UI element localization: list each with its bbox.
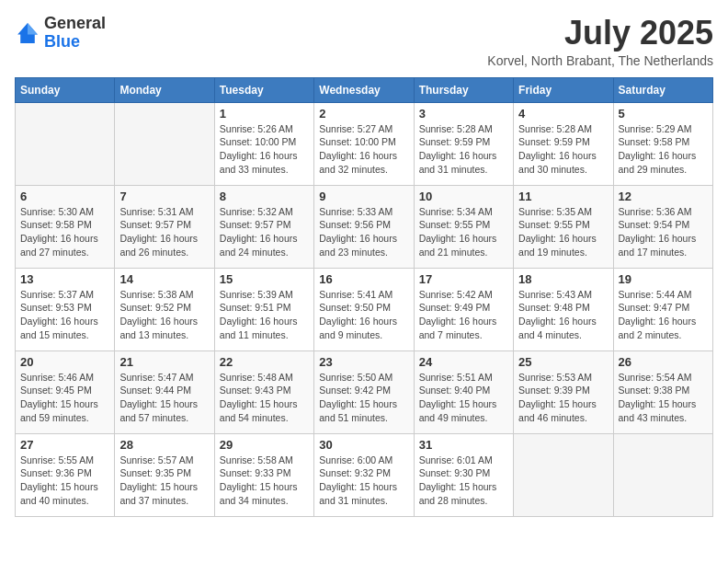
day-info: Sunrise: 5:57 AM Sunset: 9:35 PM Dayligh…	[119, 454, 209, 508]
calendar-cell	[16, 102, 115, 185]
calendar-cell: 7Sunrise: 5:31 AM Sunset: 9:57 PM Daylig…	[115, 185, 214, 268]
logo-icon	[15, 20, 40, 46]
day-info: Sunrise: 5:32 AM Sunset: 9:57 PM Dayligh…	[220, 205, 309, 259]
day-info: Sunrise: 5:35 AM Sunset: 9:55 PM Dayligh…	[518, 205, 608, 259]
weekday-header-thursday: Thursday	[414, 77, 513, 102]
calendar-cell: 9Sunrise: 5:33 AM Sunset: 9:56 PM Daylig…	[314, 185, 414, 268]
calendar-cell	[115, 102, 214, 185]
calendar-cell: 27Sunrise: 5:55 AM Sunset: 9:36 PM Dayli…	[16, 433, 115, 516]
day-number: 30	[319, 438, 408, 452]
calendar-cell: 8Sunrise: 5:32 AM Sunset: 9:57 PM Daylig…	[214, 185, 313, 268]
calendar-cell	[613, 433, 712, 516]
title-block: July 2025 Korvel, North Brabant, The Net…	[487, 15, 713, 68]
day-info: Sunrise: 5:55 AM Sunset: 9:36 PM Dayligh…	[20, 454, 109, 508]
logo-text: General Blue	[44, 15, 106, 52]
month-title: July 2025	[487, 15, 713, 52]
calendar-cell: 17Sunrise: 5:42 AM Sunset: 9:49 PM Dayli…	[414, 268, 513, 350]
day-info: Sunrise: 5:27 AM Sunset: 10:00 PM Daylig…	[319, 122, 408, 177]
calendar-cell: 12Sunrise: 5:36 AM Sunset: 9:54 PM Dayli…	[613, 185, 712, 268]
day-info: Sunrise: 5:42 AM Sunset: 9:49 PM Dayligh…	[419, 288, 508, 342]
calendar-cell: 4Sunrise: 5:28 AM Sunset: 9:59 PM Daylig…	[514, 102, 613, 185]
weekday-header-wednesday: Wednesday	[314, 77, 414, 102]
day-number: 24	[419, 355, 508, 369]
calendar-cell: 15Sunrise: 5:39 AM Sunset: 9:51 PM Dayli…	[214, 268, 313, 350]
day-number: 26	[619, 355, 708, 369]
calendar-cell: 18Sunrise: 5:43 AM Sunset: 9:48 PM Dayli…	[514, 268, 613, 350]
calendar-cell: 21Sunrise: 5:47 AM Sunset: 9:44 PM Dayli…	[115, 350, 214, 433]
day-info: Sunrise: 5:51 AM Sunset: 9:40 PM Dayligh…	[419, 371, 508, 425]
day-number: 29	[220, 438, 309, 452]
day-info: Sunrise: 5:31 AM Sunset: 9:57 PM Dayligh…	[119, 205, 209, 259]
day-number: 13	[20, 272, 109, 286]
calendar-cell: 1Sunrise: 5:26 AM Sunset: 10:00 PM Dayli…	[214, 102, 313, 185]
day-number: 21	[119, 355, 209, 369]
weekday-header-monday: Monday	[115, 77, 214, 102]
day-info: Sunrise: 5:33 AM Sunset: 9:56 PM Dayligh…	[319, 205, 408, 259]
day-info: Sunrise: 5:41 AM Sunset: 9:50 PM Dayligh…	[319, 288, 408, 342]
day-info: Sunrise: 5:28 AM Sunset: 9:59 PM Dayligh…	[518, 122, 608, 177]
day-info: Sunrise: 5:30 AM Sunset: 9:58 PM Dayligh…	[20, 205, 109, 259]
calendar-cell: 3Sunrise: 5:28 AM Sunset: 9:59 PM Daylig…	[414, 102, 513, 185]
weekday-header-tuesday: Tuesday	[214, 77, 313, 102]
day-info: Sunrise: 5:48 AM Sunset: 9:43 PM Dayligh…	[220, 371, 309, 425]
day-info: Sunrise: 5:54 AM Sunset: 9:38 PM Dayligh…	[619, 371, 708, 425]
day-info: Sunrise: 5:47 AM Sunset: 9:44 PM Dayligh…	[119, 371, 209, 425]
weekday-header-sunday: Sunday	[16, 77, 115, 102]
day-number: 1	[220, 107, 309, 121]
svg-marker-1	[28, 23, 38, 34]
day-number: 15	[220, 272, 309, 286]
day-number: 20	[20, 355, 109, 369]
day-number: 7	[119, 190, 209, 203]
day-number: 23	[319, 355, 408, 369]
calendar-cell: 16Sunrise: 5:41 AM Sunset: 9:50 PM Dayli…	[314, 268, 414, 350]
day-number: 8	[220, 190, 309, 203]
day-info: Sunrise: 5:44 AM Sunset: 9:47 PM Dayligh…	[619, 288, 708, 342]
calendar-cell: 14Sunrise: 5:38 AM Sunset: 9:52 PM Dayli…	[115, 268, 214, 350]
day-number: 25	[518, 355, 608, 369]
calendar-week-4: 20Sunrise: 5:46 AM Sunset: 9:45 PM Dayli…	[16, 350, 713, 433]
day-info: Sunrise: 5:28 AM Sunset: 9:59 PM Dayligh…	[419, 122, 508, 177]
day-info: Sunrise: 5:58 AM Sunset: 9:33 PM Dayligh…	[220, 454, 309, 508]
calendar-cell: 10Sunrise: 5:34 AM Sunset: 9:55 PM Dayli…	[414, 185, 513, 268]
logo: General Blue	[15, 15, 106, 52]
day-info: Sunrise: 5:46 AM Sunset: 9:45 PM Dayligh…	[20, 371, 109, 425]
day-number: 16	[319, 272, 408, 286]
calendar-cell: 28Sunrise: 5:57 AM Sunset: 9:35 PM Dayli…	[115, 433, 214, 516]
calendar-header-row: SundayMondayTuesdayWednesdayThursdayFrid…	[16, 77, 713, 102]
calendar-cell: 20Sunrise: 5:46 AM Sunset: 9:45 PM Dayli…	[16, 350, 115, 433]
calendar-cell: 31Sunrise: 6:01 AM Sunset: 9:30 PM Dayli…	[414, 433, 513, 516]
day-info: Sunrise: 5:36 AM Sunset: 9:54 PM Dayligh…	[619, 205, 708, 259]
day-number: 19	[619, 272, 708, 286]
day-number: 28	[119, 438, 209, 452]
calendar-week-5: 27Sunrise: 5:55 AM Sunset: 9:36 PM Dayli…	[16, 433, 713, 516]
day-info: Sunrise: 6:01 AM Sunset: 9:30 PM Dayligh…	[419, 454, 508, 508]
day-info: Sunrise: 5:26 AM Sunset: 10:00 PM Daylig…	[220, 122, 309, 177]
calendar-cell: 23Sunrise: 5:50 AM Sunset: 9:42 PM Dayli…	[314, 350, 414, 433]
day-number: 5	[619, 107, 708, 121]
day-number: 18	[518, 272, 608, 286]
weekday-header-friday: Friday	[514, 77, 613, 102]
day-info: Sunrise: 5:38 AM Sunset: 9:52 PM Dayligh…	[119, 288, 209, 342]
calendar-cell: 5Sunrise: 5:29 AM Sunset: 9:58 PM Daylig…	[613, 102, 712, 185]
day-info: Sunrise: 6:00 AM Sunset: 9:32 PM Dayligh…	[319, 454, 408, 508]
day-info: Sunrise: 5:43 AM Sunset: 9:48 PM Dayligh…	[518, 288, 608, 342]
calendar-cell: 11Sunrise: 5:35 AM Sunset: 9:55 PM Dayli…	[514, 185, 613, 268]
day-number: 3	[419, 107, 508, 121]
day-info: Sunrise: 5:29 AM Sunset: 9:58 PM Dayligh…	[619, 122, 708, 177]
day-info: Sunrise: 5:39 AM Sunset: 9:51 PM Dayligh…	[220, 288, 309, 342]
day-info: Sunrise: 5:37 AM Sunset: 9:53 PM Dayligh…	[20, 288, 109, 342]
calendar-cell: 22Sunrise: 5:48 AM Sunset: 9:43 PM Dayli…	[214, 350, 313, 433]
calendar-cell: 13Sunrise: 5:37 AM Sunset: 9:53 PM Dayli…	[16, 268, 115, 350]
calendar-week-2: 6Sunrise: 5:30 AM Sunset: 9:58 PM Daylig…	[16, 185, 713, 268]
calendar-cell: 19Sunrise: 5:44 AM Sunset: 9:47 PM Dayli…	[613, 268, 712, 350]
day-info: Sunrise: 5:53 AM Sunset: 9:39 PM Dayligh…	[518, 371, 608, 425]
location: Korvel, North Brabant, The Netherlands	[487, 53, 713, 68]
day-number: 4	[518, 107, 608, 121]
day-number: 17	[419, 272, 508, 286]
calendar-cell	[514, 433, 613, 516]
calendar-cell: 26Sunrise: 5:54 AM Sunset: 9:38 PM Dayli…	[613, 350, 712, 433]
day-number: 11	[518, 190, 608, 203]
calendar-cell: 6Sunrise: 5:30 AM Sunset: 9:58 PM Daylig…	[16, 185, 115, 268]
page-header: General Blue July 2025 Korvel, North Bra…	[15, 15, 713, 68]
day-number: 9	[319, 190, 408, 203]
